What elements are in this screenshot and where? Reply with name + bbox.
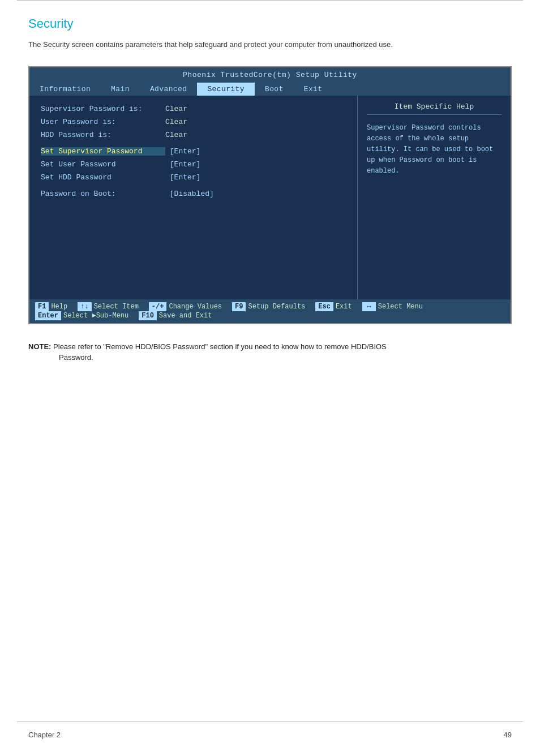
note-prefix: NOTE: [28,342,51,351]
bios-key-label-f9: Setup Defaults [248,303,305,311]
bios-menu-security[interactable]: Security [197,83,255,96]
bios-label-set-hdd: Set HDD Password [41,173,165,182]
bios-entry-set-hdd[interactable]: Set HDD Password [Enter] [41,173,346,182]
bios-key-enter: Enter [35,311,61,320]
bios-key-label-esc: Exit [336,303,352,311]
bios-key-label-lr-arrows: Select Menu [378,303,423,311]
bios-value-set-supervisor: [Enter] [165,147,200,156]
bios-key-plusminus: -/+ [149,302,167,311]
page-title: Security [28,16,512,31]
bios-key-esc: Esc [315,302,333,311]
bios-title-bar: Phoenix TrustedCore(tm) Setup Utility [29,67,511,83]
bios-box: Phoenix TrustedCore(tm) Setup Utility In… [28,66,512,324]
note-text-indent: Password. [59,352,512,363]
bios-right-panel: Item Specific Help Supervisor Password c… [358,96,511,299]
bios-status-enter: Enter Select ►Sub-Menu [35,311,128,320]
bios-entry-hdd-pw: HDD Password is: Clear [41,131,346,139]
bios-label-set-user: Set User Password [41,160,165,169]
bios-label-hdd-pw: HDD Password is: [41,131,165,139]
bios-help-text: Supervisor Password controls access of t… [367,123,502,177]
bottom-footer: Chapter 2 49 [28,731,512,739]
bios-status-f10: F10 Save and Exit [139,311,212,320]
bios-value-supervisor-pw: Clear [165,105,187,113]
bios-key-label-f1: Help [51,303,67,311]
bios-entry-user-pw: User Password is: Clear [41,118,346,126]
bios-status-plusminus: -/+ Change Values [149,302,222,311]
bios-status-bar: F1 Help ↑↓ Select Item -/+ Change Values… [29,299,511,323]
bios-key-lr-arrows: ↔ [362,302,376,311]
bottom-border [17,721,523,722]
bios-status-lr-arrows: ↔ Select Menu [362,302,423,311]
bios-value-set-user: [Enter] [165,160,200,169]
bios-status-f9: F9 Setup Defaults [232,302,305,311]
bios-label-user-pw: User Password is: [41,118,165,126]
bios-key-arrows: ↑↓ [78,302,91,311]
bios-key-f10: F10 [139,311,157,320]
bios-help-title: Item Specific Help [367,102,502,115]
bios-entry-supervisor-pw: Supervisor Password is: Clear [41,105,346,113]
bios-label-pw-on-boot: Password on Boot: [41,190,165,198]
bios-value-user-pw: Clear [165,118,187,126]
bios-entry-set-user[interactable]: Set User Password [Enter] [41,160,346,169]
bios-key-label-enter: Select ►Sub-Menu [63,312,128,320]
note-section: NOTE: Please refer to "Remove HDD/BIOS P… [28,341,512,363]
bios-key-label-f10: Save and Exit [159,312,212,320]
bios-entry-set-supervisor[interactable]: Set Supervisor Password [Enter] [41,147,346,156]
bios-value-set-hdd: [Enter] [165,173,200,182]
bios-status-f1: F1 Help [35,302,67,311]
bios-menu-information[interactable]: Information [29,83,101,96]
note-text: Please refer to "Remove HDD/BIOS Passwor… [53,342,387,351]
bios-status-esc: Esc Exit [315,302,352,311]
bios-label-set-supervisor: Set Supervisor Password [41,147,165,156]
bios-entry-pw-on-boot[interactable]: Password on Boot: [Disabled] [41,190,346,198]
footer-left: Chapter 2 [28,731,61,739]
description: The Security screen contains parameters … [28,39,512,50]
bios-menu-advanced[interactable]: Advanced [140,83,198,96]
bios-label-supervisor-pw: Supervisor Password is: [41,105,165,113]
bios-key-label-plusminus: Change Values [169,303,222,311]
bios-value-pw-on-boot: [Disabled] [165,190,214,198]
bios-key-f1: F1 [35,302,49,311]
bios-main-area: Supervisor Password is: Clear User Passw… [29,96,511,299]
bios-left-panel: Supervisor Password is: Clear User Passw… [29,96,358,299]
bios-menu-exit[interactable]: Exit [294,83,333,96]
bios-status-arrows: ↑↓ Select Item [78,302,139,311]
bios-menu-main[interactable]: Main [101,83,140,96]
bios-key-f9: F9 [232,302,246,311]
footer-right: 49 [504,731,512,739]
bios-value-hdd-pw: Clear [165,131,187,139]
bios-menu-bar: Information Main Advanced Security Boot … [29,83,511,96]
bios-key-label-arrows: Select Item [94,303,139,311]
bios-menu-boot[interactable]: Boot [255,83,294,96]
